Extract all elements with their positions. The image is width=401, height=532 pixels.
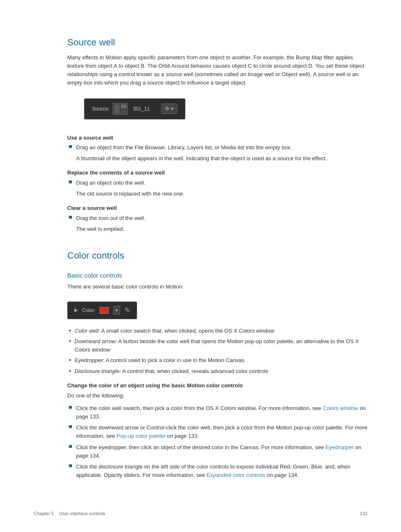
footer-chapter: Chapter 5 User interface controls (34, 510, 106, 517)
footer-chapter-label: Chapter 5 (34, 511, 54, 516)
color-label: Color: (82, 307, 95, 314)
colors-window-link[interactable]: Colors window (323, 405, 359, 411)
bullet-square-icon (69, 145, 72, 148)
source-well-title: Source well (67, 35, 367, 49)
svg-rect-2 (121, 104, 127, 109)
change-color-intro: Do one of the following: (67, 392, 367, 400)
color-items-list: • Color well: A small color swatch that,… (67, 327, 367, 376)
color-arrow-button[interactable]: ▾ (113, 306, 120, 315)
clear-bullet: Drag the icon out of the well. (67, 214, 367, 222)
footer-ui-label: User interface controls (59, 511, 106, 516)
bullet-square-icon (69, 445, 72, 448)
source-filename: 301_11 (133, 105, 158, 113)
replace-heading: Replace the contents of a source well (67, 169, 367, 177)
bullet-square-icon (69, 216, 72, 219)
popup-palette-link[interactable]: Pop-up color palette (116, 433, 165, 439)
clear-indent: The well is emptied. (67, 225, 367, 233)
color-controls-title: Color controls (67, 249, 367, 262)
color-item-3-text: Eyedropper: A control used to pick a col… (74, 356, 244, 365)
color-item-1-text: Color well: A small color swatch that, w… (74, 327, 274, 335)
clear-text: Drag the icon out of the well. (76, 214, 145, 222)
color-item-3: • Eyedropper: A control used to pick a c… (67, 356, 367, 365)
source-thumbnail (113, 103, 128, 115)
expanded-color-link[interactable]: Expanded color controls (207, 472, 265, 478)
dot-bullet-icon: • (69, 366, 71, 376)
dot-bullet-icon: • (69, 355, 71, 365)
source-gear-button[interactable]: ⚙ ▾ (161, 103, 177, 114)
bullet-square-icon (69, 180, 72, 183)
color-item-4-text: Disclosure triangle: A control that, whe… (74, 367, 268, 376)
change-color-text-2: Click the downward arrow or Control-clic… (76, 423, 367, 440)
source-well-box: Source: 301_11 ⚙ ▾ (84, 98, 185, 119)
replace-indent: The old source is replaced with the new … (67, 190, 367, 198)
use-source-well-text: Drag an object from the File Browser, Li… (76, 143, 292, 152)
change-color-text-1: Click the color well swatch, then pick a… (76, 404, 367, 421)
color-swatch[interactable] (100, 307, 109, 314)
use-source-well-heading: Use a source well (67, 134, 367, 142)
change-color-text-4: Click the disclosure triangle on the lef… (76, 463, 367, 479)
svg-rect-1 (114, 104, 120, 114)
eyedropper-icon[interactable]: ✎ (124, 305, 130, 315)
color-controls-ui: Color: ▾ ✎ (67, 296, 367, 327)
gear-dropdown-arrow: ▾ (171, 105, 174, 112)
source-well-ui: Source: 301_11 ⚙ ▾ (67, 92, 367, 128)
gear-icon: ⚙ (165, 105, 169, 112)
change-color-bullet-3: Click the eyedropper, then click an obje… (67, 443, 367, 460)
change-color-bullet-4: Click the disclosure triangle on the lef… (67, 463, 367, 479)
change-color-bullet-2: Click the downward arrow or Control-clic… (67, 423, 367, 440)
basic-color-intro: There are several basic color controls i… (67, 283, 367, 291)
dot-bullet-icon: • (69, 336, 71, 346)
svg-rect-3 (121, 109, 127, 114)
bullet-square-icon (69, 425, 72, 428)
replace-text: Drag an object onto the well. (76, 179, 145, 187)
color-item-1: • Color well: A small color swatch that,… (67, 327, 367, 336)
source-label: Source: (92, 105, 109, 113)
color-item-2-text: Downward arrow: A button beside the colo… (74, 337, 367, 354)
page: Source well Many effects in Motion apply… (0, 0, 401, 532)
color-item-2: • Downward arrow: A button beside the co… (67, 337, 367, 354)
dot-bullet-icon: • (69, 326, 71, 336)
eyedropper-link[interactable]: Eyedropper (325, 444, 354, 450)
change-color-bullet-1: Click the color well swatch, then pick a… (67, 404, 367, 421)
basic-color-controls-title: Basic color controls (67, 271, 367, 281)
source-well-body: Many effects in Motion apply specific pa… (67, 53, 367, 87)
bullet-square-icon (69, 464, 72, 467)
footer: Chapter 5 User interface controls 132 (0, 510, 401, 517)
clear-heading: Clear a source well (67, 204, 367, 212)
footer-page-number: 132 (360, 510, 367, 517)
bullet-square-icon (69, 406, 72, 409)
color-item-4: • Disclosure triangle: A control that, w… (67, 367, 367, 376)
color-controls-box: Color: ▾ ✎ (67, 302, 137, 319)
change-color-heading: Change the color of an object using the … (67, 381, 367, 390)
disclosure-triangle-icon[interactable] (74, 308, 78, 312)
change-color-text-3: Click the eyedropper, then click an obje… (76, 443, 367, 460)
use-source-well-indent: A thumbnail of the object appears in the… (67, 154, 367, 163)
replace-bullet: Drag an object onto the well. (67, 179, 367, 187)
use-source-well-bullet: Drag an object from the File Browser, Li… (67, 143, 367, 152)
